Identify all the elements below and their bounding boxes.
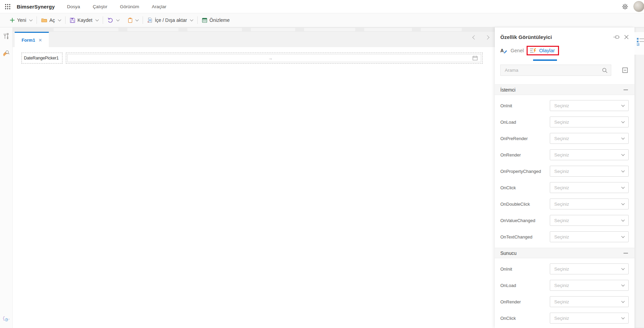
- new-button[interactable]: Yeni: [9, 16, 33, 24]
- search-box: [500, 65, 611, 76]
- event-row-sunucu-onrender: OnRenderSeçiniz: [500, 296, 629, 307]
- menu-calistir[interactable]: Çalıştır: [93, 4, 108, 9]
- event-select-i-stemci-onpropertychanged[interactable]: Seçiniz: [550, 166, 629, 177]
- select-placeholder: Seçiniz: [554, 299, 569, 304]
- settings-gear-icon[interactable]: [622, 3, 628, 10]
- event-select-i-stemci-onvaluechanged[interactable]: Seçiniz: [550, 215, 629, 226]
- top-bar: BimserSynergy Dosya Çalıştır Görünüm Ara…: [0, 0, 644, 13]
- import-export-icon: [147, 17, 153, 23]
- tab-close-icon[interactable]: ×: [39, 37, 42, 43]
- menu-araclar[interactable]: Araçlar: [152, 4, 167, 9]
- panel-title: Özellik Görüntüleyici: [500, 34, 552, 40]
- event-row-i-stemci-ondoubleclick: OnDoubleClickSeçiniz: [500, 199, 629, 209]
- edit-a-pencil-icon: A: [500, 47, 508, 54]
- ghost-block: [364, 28, 412, 31]
- section-header-sunucu: Sunucu: [495, 248, 634, 258]
- select-placeholder: Seçiniz: [554, 234, 569, 240]
- event-select-i-stemci-onrender[interactable]: Seçiniz: [550, 149, 629, 160]
- collapse-all-icon[interactable]: [622, 67, 629, 74]
- tab-genel[interactable]: A Genel: [500, 47, 524, 54]
- tab-genel-label: Genel: [511, 48, 524, 53]
- chevron-down-icon: [621, 120, 625, 123]
- collapse-section-icon[interactable]: [624, 253, 628, 254]
- clipboard-button[interactable]: [127, 16, 139, 24]
- chevron-down-icon: [621, 152, 625, 156]
- toolbox-tools-icon[interactable]: [3, 33, 10, 40]
- event-sections: İstemciOnInitSeçinizOnLoadSeçinizOnPreRe…: [500, 76, 629, 328]
- chevron-down-icon: [621, 218, 625, 221]
- toolbar-separator: [37, 16, 37, 24]
- search-icon: [602, 68, 607, 73]
- save-button[interactable]: Kaydet: [69, 16, 99, 24]
- event-select-sunucu-oninit[interactable]: Seçiniz: [550, 263, 629, 274]
- new-button-label: Yeni: [17, 17, 26, 23]
- svg-text:A: A: [500, 48, 504, 53]
- select-placeholder: Seçiniz: [554, 120, 569, 125]
- form-canvas[interactable]: DateRangePicker1 →: [13, 47, 495, 328]
- undo-button[interactable]: [107, 16, 120, 24]
- chevron-down-icon: [621, 202, 625, 205]
- chevron-down-icon: [621, 316, 625, 319]
- event-select-i-stemci-ondoubleclick[interactable]: Seçiniz: [550, 199, 629, 209]
- chevron-down-icon: [621, 234, 625, 238]
- event-label: OnRender: [500, 299, 550, 304]
- daterangepicker-input[interactable]: →: [66, 53, 483, 64]
- designer-canvas-area: Form1 × DateRangePicker1 →: [13, 27, 495, 328]
- preview-button[interactable]: Önizleme: [201, 16, 230, 24]
- chevron-down-icon: [190, 18, 193, 21]
- range-arrow-icon: →: [268, 56, 273, 61]
- event-select-sunucu-onclick[interactable]: Seçiniz: [550, 313, 629, 324]
- event-select-i-stemci-onclick[interactable]: Seçiniz: [550, 182, 629, 193]
- menu-bar: Dosya Çalıştır Görünüm Araçlar: [67, 4, 166, 9]
- event-label: OnClick: [500, 185, 550, 190]
- app-launcher-icon[interactable]: [3, 2, 12, 11]
- toolbar-separator: [65, 16, 66, 24]
- event-select-sunucu-onload[interactable]: Seçiniz: [550, 280, 629, 291]
- open-button-label: Aç: [49, 17, 55, 23]
- tab-form1[interactable]: Form1 ×: [15, 32, 49, 47]
- import-export-button[interactable]: İçe / Dışa aktar: [147, 16, 194, 24]
- open-button[interactable]: Aç: [41, 16, 61, 24]
- select-placeholder: Seçiniz: [554, 202, 569, 207]
- event-row-i-stemci-onprerender: OnPreRenderSeçiniz: [500, 133, 629, 144]
- tab-scroll-right-icon[interactable]: [485, 35, 489, 40]
- event-select-sunucu-onrender[interactable]: Seçiniz: [550, 296, 629, 307]
- canvas-top-strip: [13, 27, 495, 32]
- user-avatar[interactable]: [633, 1, 644, 12]
- section-header-i-stemci: İstemci: [495, 84, 634, 95]
- collapse-section-icon[interactable]: [624, 90, 628, 90]
- tab-scroll-left-icon[interactable]: [472, 35, 477, 40]
- tab-olaylar[interactable]: Olaylar: [530, 48, 555, 53]
- menu-gorunum[interactable]: Görünüm: [120, 4, 139, 9]
- chevron-down-icon: [621, 283, 625, 286]
- calendar-icon: [472, 55, 478, 61]
- preview-grid-icon: [202, 18, 207, 23]
- chevron-down-icon: [621, 185, 625, 189]
- event-label: OnValueChanged: [500, 218, 550, 223]
- search-input[interactable]: [505, 68, 602, 73]
- inspect-search-icon[interactable]: [3, 50, 10, 57]
- toolbar-separator: [103, 16, 103, 24]
- toolbar-separator: [143, 16, 143, 24]
- form-structure-icon[interactable]: [637, 38, 644, 46]
- menu-dosya[interactable]: Dosya: [67, 4, 80, 9]
- close-icon[interactable]: [624, 35, 629, 39]
- toolbar-separator: [197, 16, 198, 24]
- event-label: OnClick: [500, 316, 550, 321]
- select-placeholder: Seçiniz: [554, 266, 569, 272]
- event-select-i-stemci-oninit[interactable]: Seçiniz: [550, 100, 629, 111]
- daterangepicker-label[interactable]: DateRangePicker1: [22, 53, 62, 64]
- ghost-block: [54, 28, 118, 31]
- code-help-icon[interactable]: {..} ?: [2, 315, 10, 322]
- ghost-block: [127, 28, 178, 31]
- tab-form1-label: Form1: [22, 38, 35, 43]
- event-select-i-stemci-ontextchanged[interactable]: Seçiniz: [550, 231, 629, 242]
- chevron-down-icon: [95, 18, 99, 21]
- event-select-i-stemci-onload[interactable]: Seçiniz: [550, 117, 629, 127]
- chevron-down-icon: [621, 266, 625, 270]
- panel-tabs: A Genel Olaylar: [500, 46, 629, 55]
- pin-icon[interactable]: [613, 35, 620, 39]
- event-select-i-stemci-onprerender[interactable]: Seçiniz: [550, 133, 629, 144]
- chevron-down-icon: [621, 169, 625, 172]
- select-placeholder: Seçiniz: [554, 316, 569, 321]
